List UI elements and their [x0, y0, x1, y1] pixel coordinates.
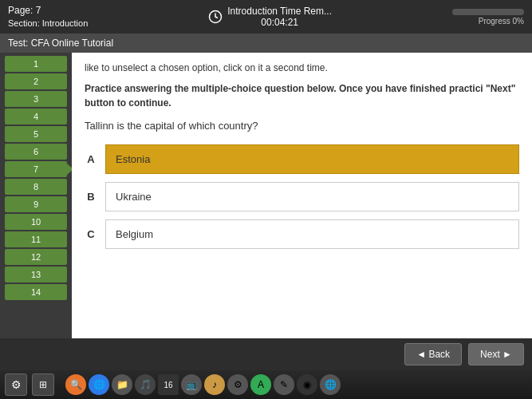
sidebar-item-14[interactable]: 14 [5, 284, 67, 300]
answer-option-a[interactable]: Estonia [105, 144, 519, 174]
taskbar-icon-settings[interactable]: ⚙ [227, 374, 248, 395]
sidebar-item-8[interactable]: 8 [5, 179, 67, 195]
sidebar-item-2[interactable]: 2 [5, 73, 67, 89]
sidebar-item-4[interactable]: 4 [5, 109, 67, 124]
taskbar: ⚙ ⊞ 🔍 🌐 📁 🎵 16 📺 ♪ ⚙ A ✎ ◉ 🌐 [0, 370, 532, 399]
bottom-bar: ◄ Back Next ► [0, 338, 532, 370]
taskbar-icon-app5[interactable]: 🌐 [320, 374, 341, 395]
page-number: Page: 7 [8, 4, 88, 18]
taskbar-icon-app3[interactable]: ✎ [274, 374, 294, 395]
answer-row-a: AEstonia [85, 144, 519, 174]
top-header: Page: 7 Section: Introduction Introducti… [0, 0, 532, 34]
answer-letter-a: A [85, 153, 97, 165]
sidebar-item-3[interactable]: 3 [5, 91, 67, 107]
taskbar-icon-app1[interactable]: 🎵 [135, 374, 156, 395]
sidebar-item-9[interactable]: 9 [5, 196, 67, 212]
taskbar-icon-calendar[interactable]: 16 [158, 374, 179, 395]
instruction-bold: Practice answering the multiple-choice q… [85, 81, 519, 110]
test-title-bar: Test: CFA Online Tutorial [0, 34, 532, 53]
sidebar-item-5[interactable]: 5 [5, 126, 67, 142]
question-content: like to unselect a chosen option, click … [72, 53, 532, 338]
taskbar-icon-tv[interactable]: 📺 [181, 374, 202, 395]
answer-options: AEstoniaBUkraineCBelgium [85, 144, 519, 249]
test-title: Test: CFA Online Tutorial [8, 38, 113, 49]
section-label: Section: Introduction [8, 18, 88, 30]
sidebar-item-1[interactable]: 1 [5, 56, 67, 72]
taskbar-icon-app2[interactable]: A [250, 374, 271, 395]
clock-icon [208, 10, 223, 24]
timer-area: Introduction Time Rem... 00:04:21 [208, 6, 332, 28]
progress-area: Progress 0% [452, 9, 524, 26]
next-button[interactable]: Next ► [468, 343, 524, 365]
instruction-prefix: like to unselect a chosen option, click … [85, 61, 519, 75]
taskbar-icon-music[interactable]: ♪ [204, 374, 225, 395]
question-sidebar: 1234567891011121314 [0, 53, 72, 338]
taskbar-icon-files[interactable]: 📁 [112, 374, 132, 395]
page-info: Page: 7 Section: Introduction [8, 4, 88, 30]
taskbar-left: ⚙ ⊞ [5, 373, 54, 396]
taskbar-icon-app4[interactable]: ◉ [297, 374, 317, 395]
timer-value: 00:04:21 [227, 17, 332, 28]
gear-button[interactable]: ⚙ [5, 373, 27, 396]
sidebar-item-10[interactable]: 10 [5, 214, 67, 230]
answer-letter-c: C [85, 228, 97, 240]
sidebar-item-6[interactable]: 6 [5, 144, 67, 160]
sidebar-item-11[interactable]: 11 [5, 231, 67, 247]
answer-option-c[interactable]: Belgium [105, 219, 519, 249]
taskbar-icon-finder[interactable]: 🔍 [65, 374, 86, 395]
progress-label: Progress 0% [479, 17, 524, 26]
back-button[interactable]: ◄ Back [404, 343, 462, 365]
grid-button[interactable]: ⊞ [32, 373, 54, 396]
taskbar-icons: 🔍 🌐 📁 🎵 16 📺 ♪ ⚙ A ✎ ◉ 🌐 [65, 374, 341, 395]
answer-option-b[interactable]: Ukraine [105, 182, 519, 211]
answer-letter-b: B [85, 191, 97, 203]
taskbar-icon-browser[interactable]: 🌐 [89, 374, 109, 395]
sidebar-item-12[interactable]: 12 [5, 249, 67, 265]
question-text: Tallinn is the capital of which country? [85, 120, 519, 132]
answer-row-b: BUkraine [85, 182, 519, 211]
progress-bar-container [452, 9, 524, 15]
main-area: 1234567891011121314 like to unselect a c… [0, 53, 532, 338]
timer-label: Introduction Time Rem... [227, 6, 332, 17]
answer-row-c: CBelgium [85, 219, 519, 249]
sidebar-item-7[interactable]: 7 [5, 161, 67, 177]
sidebar-item-13[interactable]: 13 [5, 267, 67, 282]
